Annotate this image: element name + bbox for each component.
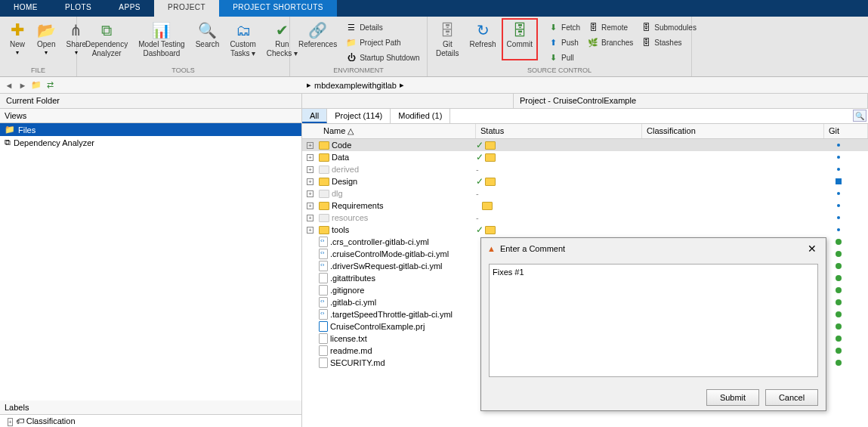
yml-file-icon — [319, 249, 328, 259]
check-icon: ✓ — [476, 224, 483, 235]
startup-shutdown-button[interactable]: ⏻Startup Shutdown — [344, 51, 422, 63]
fwd-icon[interactable]: ► — [17, 79, 29, 91]
submit-button[interactable]: Submit — [706, 389, 759, 406]
filter-modified[interactable]: Modified (1) — [391, 109, 450, 123]
new-button[interactable]: ✚New▾ — [5, 20, 30, 57]
close-icon[interactable]: ✕ — [805, 241, 820, 256]
bar-chart-icon: 📊 — [153, 21, 171, 39]
push-icon: ⬆ — [548, 37, 558, 48]
col-class[interactable]: Classification — [642, 124, 824, 138]
views-dep[interactable]: ⧉Dependency Analyzer — [0, 136, 301, 149]
tree-row[interactable]: +Design✓ — [302, 175, 868, 187]
ribbon: ✚New▾ 📂Open▾ ⋔Share▾ FILE ⧉DependencyAna… — [0, 17, 868, 77]
filter-all[interactable]: All — [302, 109, 327, 123]
cancel-button[interactable]: Cancel — [765, 389, 818, 406]
tools-group-label: TOOLS — [82, 67, 285, 75]
folder-icon — [319, 202, 329, 210]
tree-row[interactable]: +derived- — [302, 163, 868, 175]
tree-row[interactable]: +Data✓ — [302, 151, 868, 163]
git-clean-icon — [836, 311, 842, 317]
expand-icon[interactable]: + — [307, 166, 314, 173]
project-path-button[interactable]: 📁Project Path — [344, 36, 422, 48]
matlab-icon: ▲ — [487, 244, 496, 253]
references-icon: 🔗 — [309, 21, 327, 39]
tree-row[interactable]: +dlg- — [302, 187, 868, 200]
file-name: derived — [332, 165, 359, 174]
open-folder-icon — [485, 178, 496, 186]
yml-file-icon — [319, 309, 328, 320]
git-clean-icon — [836, 239, 842, 245]
git-clean-icon — [836, 275, 842, 281]
commit-message-input[interactable] — [489, 264, 818, 377]
folder-up-icon[interactable]: 📁 — [30, 79, 42, 91]
remote-button[interactable]: 🗄Remote — [585, 21, 635, 33]
breadcrumb[interactable]: ▸ mbdexamplewithgitlab ▸ — [307, 80, 404, 90]
file-name: .gitattributes — [330, 274, 375, 283]
push-button[interactable]: ⬆Push — [545, 36, 582, 48]
fetch-button[interactable]: ⬇Fetch — [545, 21, 582, 33]
branches-button[interactable]: 🌿Branches — [585, 36, 635, 48]
pull-button[interactable]: ⬇Pull — [545, 51, 582, 63]
tree-row[interactable]: +Code✓ — [302, 139, 868, 151]
commit-button[interactable]: 🗄Commit — [503, 20, 536, 50]
stashes-button[interactable]: 🗄Stashes — [638, 36, 699, 48]
model-testing-button[interactable]: 📊Model TestingDashboard — [134, 20, 189, 59]
details-button[interactable]: ☰Details — [344, 21, 422, 33]
git-dot-icon — [837, 216, 840, 219]
expand-icon[interactable]: + — [307, 203, 314, 209]
expand-icon[interactable]: + — [307, 142, 314, 149]
labels-header: Labels — [0, 401, 301, 415]
tree-row[interactable]: +resources- — [302, 212, 868, 224]
expand-icon[interactable]: + — [307, 190, 314, 197]
plus-icon: ✚ — [8, 21, 26, 39]
open-button[interactable]: 📂Open▾ — [33, 20, 59, 57]
current-folder-title: Current Folder — [0, 94, 302, 108]
dialog-title: Enter a Comment — [500, 244, 565, 253]
custom-tasks-button[interactable]: 🗂CustomTasks ▾ — [226, 20, 259, 59]
expand-icon[interactable]: + — [307, 178, 314, 185]
git-clean-icon — [836, 336, 842, 342]
file-name: .gitignore — [330, 286, 364, 295]
git-clean-icon — [836, 251, 842, 257]
open-folder-icon — [485, 153, 496, 162]
expand-icon[interactable]: + — [307, 227, 314, 234]
views-header: Views — [0, 109, 301, 123]
expand-icon[interactable]: + — [307, 215, 314, 221]
tab-project[interactable]: PROJECT — [154, 0, 219, 17]
references-button[interactable]: 🔗References — [295, 20, 341, 50]
col-git[interactable]: Git — [824, 124, 868, 138]
tab-plots[interactable]: PLOTS — [51, 0, 105, 17]
folder-icon: 📁 — [5, 125, 15, 135]
tab-shortcuts[interactable]: PROJECT SHORTCUTS — [219, 0, 337, 17]
refresh-button[interactable]: ↻Refresh — [466, 20, 500, 50]
dependency-analyzer-button[interactable]: ⧉DependencyAnalyzer — [82, 20, 131, 59]
views-files[interactable]: 📁Files — [0, 123, 301, 136]
back-icon[interactable]: ◄ — [3, 79, 15, 91]
commit-icon: 🗄 — [511, 21, 529, 39]
folder-icon: 📁 — [346, 37, 357, 48]
git-clean-icon — [836, 287, 842, 293]
filter-search-button[interactable]: 🔍 — [853, 110, 866, 122]
compare-icon[interactable]: ⇄ — [44, 79, 56, 91]
tab-home[interactable]: HOME — [0, 0, 51, 17]
file-name: dlg — [332, 189, 343, 198]
file-icon — [319, 273, 328, 283]
tree-row[interactable]: +tools✓ — [302, 224, 868, 236]
search-icon: 🔍 — [199, 21, 217, 39]
col-name[interactable]: Name △ — [302, 124, 476, 138]
file-name: tools — [332, 225, 349, 234]
submodules-button[interactable]: 🗄Submodules — [638, 21, 699, 33]
expand-icon[interactable]: + — [307, 154, 314, 161]
col-status[interactable]: Status — [476, 124, 642, 138]
stashes-icon: 🗄 — [641, 37, 651, 48]
tree-row[interactable]: +Requirements — [302, 200, 868, 212]
labels-classification[interactable]: +🏷 Classification — [0, 415, 301, 427]
file-name: .targetSpeedThrottle-gitlab-ci.yml — [330, 310, 453, 319]
commit-dialog: ▲ Enter a Comment ✕ Submit Cancel — [480, 237, 826, 411]
git-details-button[interactable]: 🗄GitDetails — [432, 20, 463, 59]
remote-icon: 🗄 — [588, 22, 598, 32]
tab-apps[interactable]: APPS — [105, 0, 154, 17]
search-button[interactable]: 🔍Search — [192, 20, 224, 50]
quick-bar: ◄ ► 📁 ⇄ ▸ mbdexamplewithgitlab ▸ — [0, 77, 868, 94]
filter-project[interactable]: Project (114) — [327, 109, 391, 123]
